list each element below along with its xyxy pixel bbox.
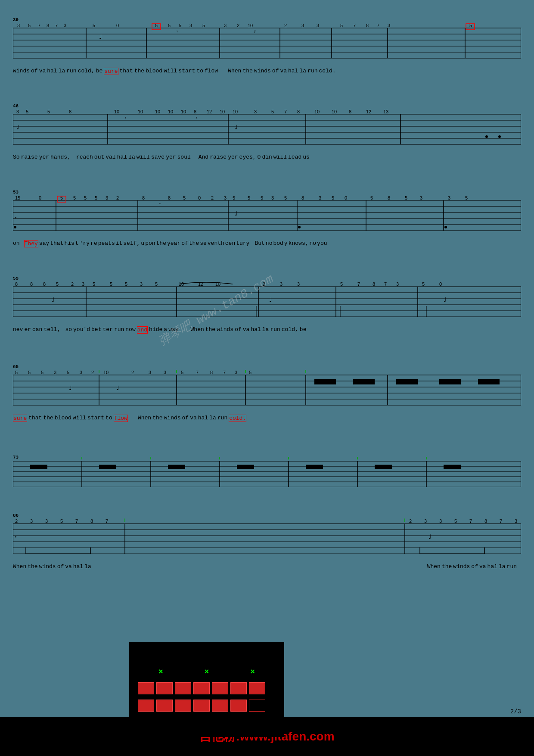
staff-86: 86 2 3 3 5 7 8 7 xyxy=(13,515,521,562)
lyric: that xyxy=(28,415,42,422)
svg-text:2: 2 xyxy=(15,519,18,524)
staff-59: 59 8 8 8 5 2 3 xyxy=(13,278,521,325)
lyric: u xyxy=(141,240,144,247)
svg-text:7: 7 xyxy=(75,519,78,524)
lyric: year xyxy=(167,240,180,247)
svg-text:8: 8 xyxy=(30,281,33,287)
lyric: run xyxy=(507,563,517,570)
lyric: run xyxy=(270,326,280,334)
svg-text:3: 3 xyxy=(396,281,399,287)
svg-text:8: 8 xyxy=(43,281,46,287)
svg-text:8: 8 xyxy=(210,370,213,375)
section-number-39: 39 xyxy=(13,17,19,22)
svg-text:8: 8 xyxy=(142,195,145,200)
svg-text:5: 5 xyxy=(125,281,127,287)
svg-text:𝄾: 𝄾 xyxy=(15,536,16,538)
chord-box-4 xyxy=(193,682,210,694)
lyric: self, xyxy=(123,240,140,247)
lyric: tury xyxy=(236,240,249,247)
lyric: the xyxy=(43,415,53,422)
lyric: and xyxy=(137,326,148,334)
lyric: will xyxy=(273,154,287,160)
lyric: y xyxy=(284,240,288,247)
svg-text:5: 5 xyxy=(465,195,468,200)
svg-text:8: 8 xyxy=(373,281,375,287)
svg-text:♩: ♩ xyxy=(235,210,238,217)
lyric: to xyxy=(196,68,203,75)
svg-text:3: 3 xyxy=(424,519,427,524)
chord-box-12 xyxy=(212,700,228,712)
chord-overlay-content: × × × xyxy=(129,659,284,720)
svg-text:5: 5 xyxy=(181,370,183,375)
lyrics-39: winds of va hal la run cold, be sure tha… xyxy=(13,67,521,76)
lyric: tell, xyxy=(43,326,60,334)
lyric: So xyxy=(13,154,20,160)
lyric: cold. xyxy=(319,68,335,75)
lyric: a xyxy=(164,326,167,334)
svg-text:2: 2 xyxy=(116,195,119,200)
svg-text:3: 3 xyxy=(82,281,84,287)
svg-text:5: 5 xyxy=(28,370,31,375)
svg-point-132 xyxy=(298,226,301,228)
chord-row-1 xyxy=(138,682,276,694)
svg-point-133 xyxy=(444,226,447,228)
svg-text:7: 7 xyxy=(384,281,387,287)
svg-text:7: 7 xyxy=(106,519,108,524)
staff-39: 39 3 5 xyxy=(13,19,521,67)
svg-text:5: 5 xyxy=(28,23,31,28)
lyrics-65: sure that the blood will start to flow W… xyxy=(13,414,521,423)
lyric: hal xyxy=(73,563,83,570)
svg-text:5: 5 xyxy=(454,519,457,524)
lyric: peats xyxy=(98,240,115,247)
section-number-59: 59 xyxy=(13,276,19,281)
svg-text:8: 8 xyxy=(194,109,196,114)
svg-text:5: 5 xyxy=(249,370,251,375)
lyric: run xyxy=(217,415,227,422)
svg-text:8: 8 xyxy=(168,195,171,200)
green-x-3: × xyxy=(250,668,255,676)
svg-text:8: 8 xyxy=(366,23,369,28)
lyric: the xyxy=(134,68,144,75)
svg-text:3: 3 xyxy=(164,370,166,375)
lyric: sure xyxy=(13,415,27,422)
svg-rect-233 xyxy=(30,465,47,469)
lyric: be xyxy=(96,68,103,75)
svg-text:𝄾: 𝄾 xyxy=(177,31,178,33)
lyric: pon xyxy=(145,240,155,247)
svg-text:8: 8 xyxy=(484,519,487,524)
lyric: er xyxy=(24,326,31,334)
lyric: start xyxy=(87,415,104,422)
lyric: save xyxy=(151,154,165,160)
lyric: va xyxy=(243,326,250,334)
svg-text:5: 5 xyxy=(60,519,63,524)
svg-text:𝄽: 𝄽 xyxy=(254,30,256,33)
svg-text:3: 3 xyxy=(17,23,20,28)
lyric: of xyxy=(235,326,242,334)
lyric: nev xyxy=(13,326,23,334)
lyric: la xyxy=(59,68,65,75)
x-marks-row: × × × xyxy=(138,668,276,676)
section-73: 73 xyxy=(13,457,521,491)
section-number-46: 46 xyxy=(13,103,19,109)
svg-text:10: 10 xyxy=(332,109,337,114)
lyric: will xyxy=(73,415,86,422)
lyric: When xyxy=(427,563,441,570)
svg-text:8: 8 xyxy=(349,109,351,114)
lyric: When xyxy=(13,563,26,570)
lyric: lead xyxy=(288,154,301,160)
svg-text:3: 3 xyxy=(106,195,108,200)
svg-text:3: 3 xyxy=(317,23,319,28)
lyric: bod xyxy=(273,240,283,247)
svg-text:5: 5 xyxy=(93,281,95,287)
svg-text:𝄾: 𝄾 xyxy=(125,117,126,119)
lyric: run xyxy=(114,326,124,334)
lyrics-46: So raise yer hands, reach out val hal la… xyxy=(13,153,521,161)
svg-text:5: 5 xyxy=(67,370,69,375)
svg-text:7: 7 xyxy=(500,519,502,524)
lyric: blood xyxy=(55,415,71,422)
svg-text:5: 5 xyxy=(422,281,425,287)
svg-text:7: 7 xyxy=(223,370,226,375)
staff-53: 53 15 0 5 5 5 xyxy=(13,192,521,239)
lyric: of xyxy=(181,240,188,247)
lyric: the xyxy=(28,563,37,570)
